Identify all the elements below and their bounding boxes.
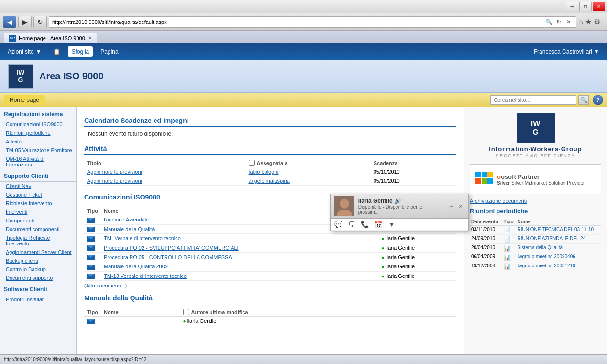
table-row: Aggiornare le previsioni fabio bolognì 0… xyxy=(84,167,456,176)
maximize-button[interactable]: □ xyxy=(579,2,592,11)
comm-link-3[interactable]: TM- Verbale di intervento tecnico xyxy=(104,235,181,241)
author-checkbox[interactable] xyxy=(183,309,189,315)
home-nav-item[interactable]: Home page xyxy=(4,95,45,105)
more-documents-link[interactable]: (Altri documenti...) xyxy=(84,283,456,288)
site-actions-button[interactable]: Azioni sito ▼ xyxy=(4,46,45,57)
sidebar-item-interventi[interactable]: Interventi xyxy=(0,208,76,216)
comm-link-1[interactable]: Riunione Aziendale xyxy=(104,217,149,222)
sidebar-item-qm16[interactable]: QM-16 Attività di Formazione xyxy=(0,154,76,169)
minimize-button[interactable]: ─ xyxy=(566,2,578,11)
sharepoint-ribbon: Azioni sito ▼ 📋 Sfoglia Pagina Francesca… xyxy=(0,43,607,60)
popup-minimize-btn[interactable]: ─ xyxy=(448,203,455,210)
meeting-date-1: 03/11/2010 xyxy=(470,226,502,235)
address-icons: 🔍 ↻ ✕ xyxy=(544,18,573,26)
phone-icon[interactable]: 📞 xyxy=(361,221,369,228)
window-controls[interactable]: ─ □ ✕ xyxy=(566,2,605,11)
forward-button[interactable]: ▶ xyxy=(18,16,32,28)
settings-icon[interactable]: ⚙ xyxy=(594,17,600,26)
close-button[interactable]: ✕ xyxy=(593,2,605,11)
comment-icon[interactable]: 🗨 xyxy=(348,221,355,228)
browse-tab[interactable]: Sfoglia xyxy=(68,46,93,57)
sidebar-section-software: Software Clienti xyxy=(0,282,76,295)
sidebar-item-tm05[interactable]: TM-05 Valutazione Fornitore xyxy=(0,146,76,154)
sidebar-item-tipologia[interactable]: Tipologia Richieste Intervento xyxy=(0,233,76,248)
sidebar-item-prodotti[interactable]: Prodotti Installati xyxy=(0,295,76,304)
popup-controls[interactable]: ─ ✕ xyxy=(448,203,464,210)
sidebar-item-aggiornamenti[interactable]: Aggiornamenti Server Client xyxy=(0,248,76,256)
sidebar-item-gestione-ticket[interactable]: Gestione Ticket xyxy=(0,190,76,199)
help-button[interactable]: ? xyxy=(593,95,603,105)
activities-col-title: Titolo xyxy=(84,159,246,167)
back-button[interactable]: ◀ xyxy=(3,16,16,28)
qm-author: Ilaria Gentile xyxy=(187,318,217,324)
sidebar-item-comunicazioni-iso9000[interactable]: Comunicazioni ISO9000 xyxy=(0,120,76,129)
archive-link[interactable]: Archiviazione documenti xyxy=(470,198,601,204)
meeting-name-1[interactable]: RIUNIONE TECNICA DEL 03-11-10 xyxy=(518,227,594,232)
ms-partner-info: oosoft Partner Silver Silver Midmarket S… xyxy=(497,173,585,186)
refresh-address-icon[interactable]: ↻ xyxy=(554,18,563,26)
page-tab[interactable]: Pagina xyxy=(97,46,122,57)
no-event-text: Nessun evento futuro disponibile. xyxy=(88,131,456,137)
sidebar-item-componenti[interactable]: Componenti xyxy=(0,216,76,225)
active-tab[interactable]: SP Home page - Area ISO 9000 ✕ xyxy=(4,33,97,43)
refresh-button[interactable]: ↻ xyxy=(33,16,47,28)
list-item: ●Ilaria Gentile xyxy=(84,317,456,326)
logo-text: IW G xyxy=(16,69,24,84)
comm-link-4[interactable]: Procedura PO 02 - SVILUPPO ATTIVITA' COM… xyxy=(104,245,239,251)
search-address-icon[interactable]: 🔍 xyxy=(544,18,553,26)
sidebar-item-clienti-nav[interactable]: Clienti Nav xyxy=(0,182,76,190)
sidebar-item-backup[interactable]: Backup clienti xyxy=(0,256,76,265)
meeting-name-2[interactable]: RIUNIONE AZIENDALE DEL 24 xyxy=(518,236,585,241)
meeting-date-4: 06/04/2009 xyxy=(470,253,502,262)
activity-link-1[interactable]: Aggiornare le previsioni xyxy=(87,169,142,175)
assignee-link-2[interactable]: angelo malaspina xyxy=(249,178,290,184)
ms-partner-label: oosoft Partner xyxy=(497,173,585,180)
sidebar-item-attivita[interactable]: Attività xyxy=(0,137,76,146)
search-input[interactable] xyxy=(490,95,576,105)
meetings-section-title: Riunioni periodiche xyxy=(470,208,601,216)
favorites-icon[interactable]: ★ xyxy=(585,17,592,26)
chat-icon[interactable]: 💬 xyxy=(334,221,342,228)
url-input[interactable] xyxy=(52,19,544,25)
comm-link-2[interactable]: Manuale della Qualità xyxy=(104,226,155,232)
tab-close-button[interactable]: ✕ xyxy=(88,35,92,41)
sidebar-item-riunioni-periodiche[interactable]: Riunioni periodiche xyxy=(0,129,76,137)
activity-link-2[interactable]: Aggiornare le previsioni xyxy=(87,178,142,184)
meeting-type-1: 📄 xyxy=(502,226,516,235)
ms-silver-label: Silver Silver Midmarket Solution Provide… xyxy=(497,180,585,186)
list-item: 24/09/2010 📄 RIUNIONE AZIENDALE DEL 24 xyxy=(470,235,601,244)
list-item: TM- Verbale di intervento tecnico ●Ilari… xyxy=(84,234,456,243)
list-item: 19/12/2008 📊 Iwgroup meeting 20081219 xyxy=(470,262,601,271)
assignee-link-1[interactable]: fabio bolognì xyxy=(249,169,279,175)
tab-favicon: SP xyxy=(9,35,16,42)
more-options-icon[interactable]: ▼ xyxy=(388,221,395,228)
sidebar-item-controllo-backup[interactable]: Controllo Backup xyxy=(0,265,76,274)
user-name[interactable]: Francesca Castrovillari ▼ xyxy=(534,48,603,55)
deadline-1: 05/10/2010 xyxy=(371,167,456,176)
popup-name: Ilaria Gentile 🔊 xyxy=(358,198,444,204)
list-item: 06/04/2009 📊 Iwgroup meeting 20090406 xyxy=(470,253,601,262)
search-button[interactable]: 🔍 xyxy=(578,95,589,105)
comm-link-7[interactable]: TM-13 Verbale di intervento tecnico xyxy=(104,273,187,279)
meeting-date-5: 19/12/2008 xyxy=(470,262,502,271)
meeting-name-4[interactable]: Iwgroup meeting 20090406 xyxy=(518,254,575,259)
home-icon[interactable]: ⌂ xyxy=(578,18,583,26)
qm-col-name: Nome xyxy=(101,308,180,317)
site-logo: IW G xyxy=(8,64,33,89)
qm-col-author: Autore ultima modifica xyxy=(180,308,456,317)
popup-close-btn[interactable]: ✕ xyxy=(457,203,464,210)
sidebar-item-documenti-supporto[interactable]: Documenti supporto xyxy=(0,274,76,282)
ribbon-icon-btn[interactable]: 📋 xyxy=(49,46,64,57)
calendar-tool-icon[interactable]: 📅 xyxy=(375,221,383,228)
assigned-checkbox[interactable] xyxy=(249,160,255,166)
email-icon xyxy=(87,218,95,223)
sidebar-item-richieste-intervento[interactable]: Richieste intervento xyxy=(0,199,76,208)
close-address-icon[interactable]: ✕ xyxy=(564,18,573,26)
popup-user-info: Ilaria Gentile 🔊 Disponibile - Disponibi… xyxy=(358,198,444,215)
meeting-name-5[interactable]: Iwgroup meeting 20081219 xyxy=(518,263,575,268)
sidebar-item-documenti-componenti[interactable]: Documenti componenti xyxy=(0,225,76,233)
meeting-date-3: 20/04/2010 xyxy=(470,244,502,253)
comm-link-6[interactable]: Manuale della Qualità 2009 xyxy=(104,264,168,269)
meeting-name-3[interactable]: Sistema della Qualità xyxy=(518,245,563,250)
comm-link-5[interactable]: Procedura PO 05 - CONTROLLO DELLA COMMES… xyxy=(104,254,232,260)
